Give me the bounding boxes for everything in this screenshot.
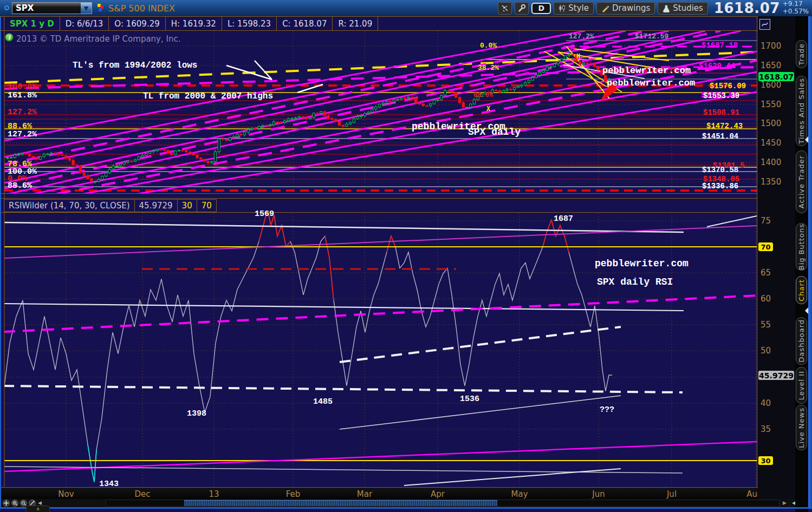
style-button[interactable]: Style	[554, 2, 594, 15]
expand-panel-tab[interactable]: «	[26, 506, 50, 512]
chart-mode-icon-button[interactable]	[498, 2, 512, 15]
symbol-value[interactable]: SPX	[12, 3, 81, 13]
ohlc-cell-0: SPX 1 y D	[4, 17, 60, 30]
candle-body	[254, 129, 256, 129]
candle-body	[593, 63, 595, 67]
price-annotation: H	[576, 53, 580, 61]
rsi-annotation: SPX daily RSI	[597, 277, 673, 287]
candle-body	[167, 150, 169, 153]
candle-body	[218, 139, 220, 152]
time-axis-label: Jul	[667, 489, 677, 499]
sidebar-tab-live-news[interactable]: Live News	[796, 405, 807, 450]
chart-canvas[interactable]: TL's from 1994/2002 lowsTL from 2000 & 2…	[0, 0, 812, 512]
candle-body	[207, 161, 209, 163]
studies-button[interactable]: Studies	[658, 2, 708, 15]
drawings-button[interactable]: Drawings	[596, 2, 655, 15]
candle-body	[269, 125, 271, 126]
price-annotation: 0.0%	[480, 42, 497, 50]
price-annotation: $1451.04	[702, 132, 738, 141]
ohlc-cell-6: R: 21.09	[332, 17, 378, 30]
rsi-header-cell-2[interactable]: 30	[177, 199, 197, 212]
scroll-right-arrow[interactable]: ▶	[783, 500, 787, 506]
price-annotation: TL's from 1994/2002 lows	[73, 61, 197, 70]
bottom-toolbar: ◀ ▶ ◀▶	[0, 499, 812, 507]
candle-body	[571, 55, 574, 55]
trend-line	[4, 31, 705, 183]
axis-tick-label: 50	[761, 346, 771, 356]
axis-tick-label: 35	[761, 424, 771, 434]
candle-body	[444, 90, 446, 95]
trading-platform-window: SPX ▼ S&P 500 INDEX D Style Drawings	[0, 0, 812, 512]
info-icon[interactable]: i	[5, 33, 14, 42]
collapse-notch-icon[interactable]	[805, 136, 808, 143]
timeframe-d-button[interactable]: D	[531, 3, 551, 14]
candle-body	[156, 149, 158, 150]
time-axis-label: Mar	[357, 489, 372, 499]
time-axis-label: Apr	[431, 489, 445, 499]
symbol-input[interactable]: SPX ▼	[12, 2, 92, 14]
ohlc-cell-2: O: 1609.29	[108, 17, 165, 30]
sidebar-tab-trade[interactable]: Trade	[796, 40, 807, 68]
time-scrollbar-track[interactable]	[106, 500, 779, 507]
candle-body	[327, 116, 329, 119]
rsi-line	[88, 444, 96, 482]
time-axis[interactable]: NovDec13FebMarAprMayJunJulAug	[0, 487, 758, 499]
price-annotation: $1370.58	[702, 166, 738, 174]
candle-body	[375, 107, 377, 109]
rsi-annotation: 1687	[554, 214, 573, 224]
candle-body	[579, 61, 581, 64]
candle-body	[451, 91, 453, 93]
candle-body	[415, 99, 417, 103]
candle-body	[171, 153, 173, 155]
candle-body	[331, 119, 333, 120]
sidebar-tab-active-trader[interactable]: Active Trader	[796, 150, 807, 213]
candle-body	[280, 122, 282, 122]
candle-body	[335, 120, 337, 122]
window-edge-strip[interactable]	[808, 16, 812, 507]
main-price-panel	[4, 31, 757, 195]
price-annotation: X	[486, 106, 491, 113]
pan-tool-button[interactable]	[3, 500, 10, 507]
candle-body	[50, 153, 53, 154]
change-percent: +0.57%	[783, 8, 809, 16]
rsi-trend-line	[707, 216, 757, 227]
bottom-edge-strip	[0, 507, 812, 509]
zoom-in-button[interactable]	[11, 500, 18, 507]
reset-scale-icon[interactable]	[759, 19, 770, 30]
sidebar-tab-level-ii[interactable]: Level II	[796, 367, 807, 404]
sidebar-tab-dashboard[interactable]: Dashboard	[796, 317, 807, 365]
link-dot-icon[interactable]	[4, 5, 9, 10]
candle-body	[338, 122, 340, 126]
candle-body	[54, 153, 56, 154]
flask-icon	[662, 4, 670, 12]
collapse-left-arrow[interactable]: ◀	[38, 500, 42, 506]
candle-body	[349, 122, 351, 124]
rsi-annotation: 1398	[187, 409, 206, 418]
axis-tick-label: 1450	[761, 138, 781, 148]
candle-body	[521, 85, 523, 86]
candle-body	[101, 176, 103, 180]
candle-body	[116, 166, 118, 166]
candle-body	[371, 109, 373, 112]
copyright-text: 2013 © TD Ameritrade IP Company, Inc.	[16, 34, 180, 44]
candle-body	[426, 106, 428, 106]
rsi-annotation: pebblewriter.com	[595, 258, 688, 269]
sidebar-tab-times-and-sales[interactable]: Times And Sales	[796, 76, 807, 146]
rsi-header-cell-3[interactable]: 70	[197, 199, 217, 212]
candle-body	[316, 113, 319, 114]
symbol-dropdown-arrow[interactable]: ▼	[81, 3, 92, 14]
collapse-notch-icon[interactable]	[805, 307, 808, 314]
settings-wrench-button[interactable]	[515, 2, 529, 15]
sidebar-tab-chart[interactable]: Chart	[796, 276, 807, 304]
rsi-header-cell-0[interactable]: RSIWilder (14, 70, 30, CLOSE)	[4, 199, 135, 212]
price-annotation: pebblewriter.com	[602, 65, 691, 76]
candle-body	[306, 117, 308, 119]
candle-body	[455, 92, 457, 97]
price-annotation: $1472.43	[706, 122, 743, 130]
price-axis-column[interactable]: 1700165016001550150014501400135075656055…	[758, 16, 795, 499]
zoom-out-button[interactable]	[20, 500, 27, 507]
candle-body	[353, 119, 355, 123]
sidebar-tab-big-buttons[interactable]: Big Buttons	[796, 223, 807, 271]
time-scrollbar-thumb[interactable]	[184, 500, 497, 506]
rsi-header-cell-1[interactable]: 45.9729	[134, 199, 178, 212]
